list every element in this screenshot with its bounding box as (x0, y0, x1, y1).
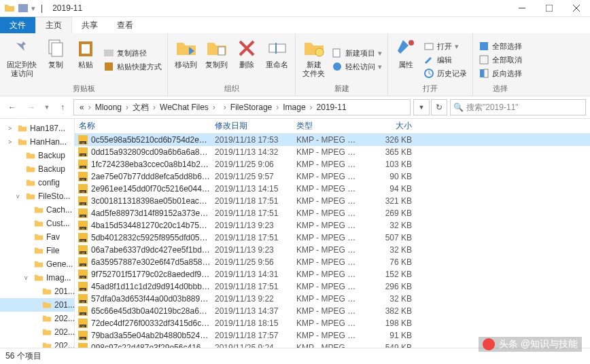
tab-file[interactable]: 文件 (0, 17, 35, 33)
table-row[interactable]: DAT2e961ee145dd0f70c5216e044a3681d...201… (75, 183, 590, 195)
sidebar-item[interactable]: vImag... (0, 271, 74, 285)
sidebar-item[interactable]: >Han187... (0, 122, 74, 135)
addr-dropdown[interactable]: ▼ (413, 99, 430, 115)
table-row[interactable]: DAT9f752701f51779c02c8aededf979e0f7...20… (75, 268, 590, 280)
open-button[interactable]: 打开▾ (422, 40, 468, 52)
minimize-button[interactable] (508, 0, 536, 17)
breadcrumb-seg[interactable]: Mloong (92, 103, 124, 112)
file-type: KMP - MPEG M... (292, 343, 360, 348)
table-row[interactable]: DAT06a7abe6337d9dc427ee5f1bd78e33...2019… (75, 244, 590, 256)
newitem-button[interactable]: 新建项目▾ (330, 47, 383, 59)
rename-button[interactable]: 重命名 (263, 36, 291, 84)
copyto-button[interactable]: 复制到 (203, 36, 230, 84)
tab-view[interactable]: 查看 (107, 17, 143, 33)
breadcrumb-seg[interactable]: « (77, 103, 87, 112)
col-size[interactable]: 大小 (360, 120, 420, 132)
folder-icon (42, 287, 52, 296)
svg-rect-2 (546, 5, 553, 12)
table-row[interactable]: DAT2ae75e07b77ddd8efca5dd8b6954fd...2019… (75, 170, 590, 183)
forward-button[interactable]: → (23, 99, 39, 115)
col-date[interactable]: 修改日期 (211, 120, 292, 132)
sidebar-item[interactable]: Cach... (0, 203, 74, 217)
tree-chevron-icon[interactable]: > (8, 139, 15, 145)
newfolder-button[interactable]: 新建 文件夹 (300, 36, 328, 84)
breadcrumb-chevron-icon[interactable]: › (211, 103, 217, 112)
recent-button[interactable]: ▼ (42, 99, 52, 115)
sidebar-item[interactable]: config (0, 176, 74, 189)
tab-home[interactable]: 主页 (35, 17, 72, 33)
tree-chevron-icon[interactable]: > (8, 125, 15, 132)
breadcrumb-chevron-icon[interactable]: › (309, 103, 314, 112)
moveto-button[interactable]: 移动到 (172, 36, 200, 84)
table-row[interactable]: DAT1fc724238eba3ccec0a8b14b22b6aa3...201… (75, 158, 590, 170)
breadcrumb-seg[interactable]: FileStorage (228, 103, 275, 112)
sidebar-item[interactable]: Fav (0, 230, 74, 244)
tab-share[interactable]: 共享 (72, 17, 107, 33)
table-row[interactable]: DAT4ad5fe88973d14f89152a373eb82031...201… (75, 207, 590, 219)
maximize-button[interactable] (536, 0, 563, 17)
sidebar-item[interactable]: 201... (0, 285, 74, 298)
copy-path-button[interactable]: 复制路径 (102, 47, 163, 59)
sidebar-item[interactable]: Gene... (0, 257, 74, 271)
refresh-button[interactable]: ↻ (431, 99, 447, 115)
table-row[interactable]: DAT0dd15a932809cd09a6b6a6a8c92c73...2019… (75, 146, 590, 158)
table-row[interactable]: DAT3c001811318398ae05b01eacc3c060f...201… (75, 195, 590, 207)
address-bar[interactable]: «›Mloong›文档›WeChat Files››FileStorage›Im… (73, 99, 411, 115)
sidebar-item[interactable]: 202... (0, 325, 74, 339)
sidebar-item[interactable]: Backup (0, 149, 74, 162)
breadcrumb-seg[interactable]: 2019-11 (314, 103, 349, 112)
paste-button[interactable]: 粘贴 (72, 36, 99, 84)
table-row[interactable]: DAT4ba15d534481270c20c14b7587cda6...2019… (75, 219, 590, 232)
tree-chevron-icon[interactable]: v (24, 274, 31, 281)
up-button[interactable]: ↑ (54, 99, 71, 115)
edit-button[interactable]: 编辑 (422, 54, 468, 66)
delete-button[interactable]: 删除 (233, 36, 260, 84)
selectall-button[interactable]: 全部选择 (477, 40, 523, 52)
table-row[interactable]: DAT65c66e45d3b0a40219bc28a622c753...2019… (75, 305, 590, 317)
close-button[interactable] (563, 0, 590, 17)
sidebar[interactable]: >Han187...>HanHan...BackupBackupconfigvF… (0, 119, 75, 348)
table-row[interactable]: DAT0c55e98a5b5210cd6b754d2e1fbe85...2019… (75, 134, 590, 146)
breadcrumb-seg[interactable]: WeChat Files (157, 103, 211, 112)
sidebar-item[interactable]: 202... (0, 339, 74, 348)
selectnone-button[interactable]: 全部取消 (477, 54, 523, 66)
breadcrumb-seg[interactable]: Image (280, 103, 308, 112)
sidebar-item[interactable]: 201... (0, 298, 74, 312)
sidebar-item[interactable]: vFileSto... (0, 189, 74, 203)
tree-chevron-icon[interactable]: v (16, 193, 23, 200)
breadcrumb-chevron-icon[interactable]: › (275, 103, 280, 112)
breadcrumb-chevron-icon[interactable]: › (152, 103, 157, 112)
col-type[interactable]: 类型 (292, 120, 360, 132)
breadcrumb-seg[interactable]: 文档 (130, 102, 152, 113)
sidebar-item[interactable]: 202... (0, 312, 74, 325)
paste-shortcut-button[interactable]: 粘贴快捷方式 (102, 60, 163, 73)
qat-icon[interactable] (18, 3, 29, 14)
svg-rect-11 (218, 47, 225, 55)
svg-rect-6 (52, 43, 63, 56)
copy-button[interactable]: 复制 (42, 36, 69, 84)
history-button[interactable]: 历史记录 (422, 67, 468, 79)
properties-button[interactable]: 属性 (392, 36, 419, 84)
table-row[interactable]: DAT72dec4df276f00332df3415d6c2804b...201… (75, 317, 590, 329)
easyaccess-button[interactable]: 轻松访问▾ (330, 60, 383, 73)
back-button[interactable]: ← (4, 99, 20, 115)
pin-button[interactable]: 固定到快 速访问 (4, 36, 39, 84)
table-row[interactable]: DAT45ad8f1d11c1d2d9d914d0bbb62be3...2019… (75, 280, 590, 293)
breadcrumb-chevron-icon[interactable]: › (124, 103, 130, 112)
file-date: 2019/11/25 9:24 (211, 343, 292, 348)
search-input[interactable]: 🔍 搜索"2019-11" (450, 99, 586, 115)
breadcrumb-chevron-icon[interactable]: › (87, 103, 92, 112)
sidebar-item[interactable]: File (0, 244, 74, 257)
sidebar-item[interactable]: Backup (0, 162, 74, 176)
table-row[interactable]: DAT6a35957887e302e6f47d5a858c0ca8d...201… (75, 256, 590, 268)
column-headers[interactable]: 名称 修改日期 类型 大小 (75, 119, 590, 134)
sidebar-item[interactable]: Cust... (0, 217, 74, 230)
table-row[interactable]: DAT5db4012832c5925f8955dfd055c2e55...201… (75, 232, 590, 244)
col-name[interactable]: 名称 (75, 120, 211, 132)
breadcrumb-chevron-icon[interactable]: › (222, 103, 228, 112)
table-row[interactable]: DAT57dfa0a3d653f44a00d03b8897a7997...201… (75, 293, 590, 305)
file-rows[interactable]: DAT0c55e98a5b5210cd6b754d2e1fbe85...2019… (75, 134, 590, 348)
sidebar-item[interactable]: >HanHan... (0, 135, 74, 149)
invert-button[interactable]: 反向选择 (477, 67, 523, 79)
file-size: 94 KB (360, 184, 420, 194)
